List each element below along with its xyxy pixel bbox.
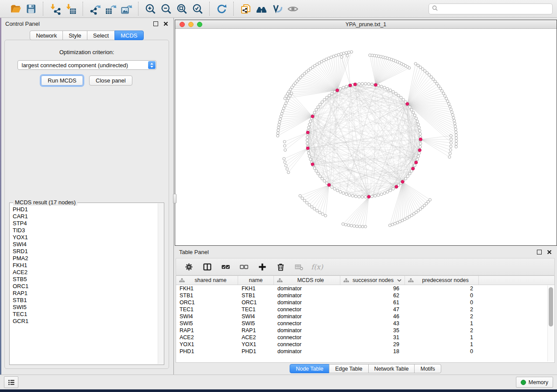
window-close-button[interactable] <box>180 22 185 27</box>
mcds-result-item[interactable]: STB1 <box>13 297 158 304</box>
refresh-button[interactable] <box>214 2 229 16</box>
table-row[interactable]: STB1STB1dominator620 <box>176 292 554 299</box>
table-row[interactable]: YOX1YOX1connector291 <box>176 341 554 348</box>
table-tab-network-table[interactable]: Network Table <box>368 364 415 373</box>
close-panel-button[interactable] <box>163 21 168 26</box>
screen: Control Panel NetworkStyleSelectMCDS Opt… <box>0 0 557 392</box>
table-tab-node-table[interactable]: Node Table <box>290 364 329 373</box>
zoom-fit-button[interactable] <box>174 2 190 16</box>
table-row[interactable]: SWI5SWI5connector431 <box>176 320 554 327</box>
mcds-result-item[interactable]: SWI5 <box>13 304 158 311</box>
table-row[interactable]: ACE2ACE2connector311 <box>176 334 554 341</box>
table-tab-edge-table[interactable]: Edge Table <box>329 364 368 373</box>
mcds-result-item[interactable]: SWI4 <box>13 241 158 248</box>
column-header-successor-nodes[interactable]: successor nodes <box>340 276 405 285</box>
mcds-result-item[interactable]: PMA2 <box>13 255 158 262</box>
toolbar-group <box>3 2 43 16</box>
column-header-predecessor-nodes[interactable]: predecessor nodes <box>405 276 479 285</box>
mcds-result-item[interactable]: CAR1 <box>13 213 158 220</box>
show-panels-button[interactable] <box>4 376 18 388</box>
mcds-result-item[interactable]: ACE2 <box>13 269 158 276</box>
table-row[interactable]: TEC1TEC1connector472 <box>176 306 554 313</box>
mcds-result-item[interactable]: STB5 <box>13 276 158 283</box>
float-panel-button[interactable] <box>153 21 158 26</box>
mcds-result-item[interactable]: GCR1 <box>13 318 158 325</box>
export-table-button[interactable] <box>103 2 118 16</box>
table-cell: 0 <box>405 299 479 306</box>
graphics-details-button[interactable] <box>285 2 301 16</box>
mcds-result-item[interactable]: TID3 <box>13 227 158 234</box>
zoom-selected-button[interactable] <box>190 2 205 16</box>
import-network-button[interactable] <box>47 2 63 16</box>
column-type-icon <box>277 278 283 283</box>
column-type-icon <box>179 278 185 283</box>
panel-splitter-handle[interactable] <box>173 194 176 203</box>
column-header-name[interactable]: name <box>238 276 274 285</box>
new-column-button[interactable] <box>254 260 270 274</box>
toolbar-group <box>83 2 138 16</box>
column-header-MCDS-role[interactable]: MCDS role <box>274 276 340 285</box>
mcds-result-item[interactable]: SRD1 <box>13 248 158 255</box>
close-icon <box>547 250 552 254</box>
network-window-titlebar: YPA_prune.txt_1 <box>175 20 557 29</box>
clone-network-button[interactable] <box>238 2 253 16</box>
float-table-panel-button[interactable] <box>537 250 542 254</box>
table-cell: 2 <box>405 327 479 334</box>
mcds-result-item[interactable]: YOX1 <box>13 234 158 241</box>
mcds-list-scrollbar[interactable] <box>158 203 163 364</box>
window-maximize-button[interactable] <box>197 22 202 27</box>
table-settings-button[interactable] <box>180 260 197 274</box>
table-row[interactable]: FKH1FKH1dominator962 <box>176 285 554 292</box>
tab-select[interactable]: Select <box>87 31 115 40</box>
table-row[interactable]: ORC1ORC1dominator610 <box>176 299 554 306</box>
mcds-result-item[interactable]: PHD1 <box>13 206 158 213</box>
zoom-fit-icon <box>176 3 188 15</box>
split-panel-button[interactable] <box>199 260 215 274</box>
table-cell: 2 <box>405 285 479 292</box>
search-box[interactable] <box>429 3 553 14</box>
zoom-out-button[interactable] <box>158 2 174 16</box>
mcds-result-item[interactable]: STP4 <box>13 220 158 227</box>
cytoscape-window: Control Panel NetworkStyleSelectMCDS Opt… <box>0 0 557 389</box>
table-cell: ACE2 <box>238 334 274 340</box>
close-table-panel-button[interactable] <box>547 250 552 254</box>
select-all-button[interactable] <box>217 260 234 274</box>
mcds-result-list[interactable]: PHD1CAR1STP4TID3YOX1SWI4SRD1PMA2FKH1ACE2… <box>10 203 158 364</box>
delete-column-button[interactable] <box>272 260 289 274</box>
table-scrollbar-thumb[interactable] <box>549 287 553 327</box>
tab-network[interactable]: Network <box>30 31 63 40</box>
export-network-button[interactable] <box>87 2 103 16</box>
table-scrollbar[interactable] <box>547 285 554 361</box>
network-canvas[interactable] <box>175 29 557 245</box>
zoom-in-button[interactable] <box>142 2 158 16</box>
open-session-button[interactable] <box>7 2 23 16</box>
export-image-button[interactable] <box>118 2 134 16</box>
table-cell: ORC1 <box>176 299 238 306</box>
criterion-select[interactable]: largest connected component (undirected) <box>17 60 156 70</box>
table-row[interactable]: PHD1PHD1dominator180 <box>176 348 554 355</box>
save-session-button[interactable] <box>23 2 39 16</box>
table-row[interactable]: SWI4SWI4dominator462 <box>176 313 554 320</box>
import-table-button[interactable] <box>63 2 79 16</box>
window-minimize-button[interactable] <box>188 22 194 27</box>
search-input[interactable] <box>440 5 549 12</box>
column-header-shared-name[interactable]: shared name <box>176 276 238 285</box>
close-mcds-panel-button[interactable]: Close panel <box>89 76 132 86</box>
svg-text:f(x): f(x) <box>311 262 323 271</box>
table-tab-motifs[interactable]: Motifs <box>414 364 441 373</box>
mcds-result-item[interactable]: RAP1 <box>13 290 158 297</box>
mcds-result-item[interactable]: FKH1 <box>13 262 158 269</box>
network-view-window: YPA_prune.txt_1 <box>175 20 557 246</box>
tab-style[interactable]: Style <box>62 31 87 40</box>
table-cell: SWI5 <box>238 320 274 327</box>
mcds-result-item[interactable]: TEC1 <box>13 311 158 318</box>
deselect-all-button[interactable] <box>235 260 252 274</box>
memory-button[interactable]: Memory <box>516 377 553 388</box>
run-mcds-button[interactable]: Run MCDS <box>41 76 83 86</box>
visual-style-button[interactable] <box>269 2 285 16</box>
tab-mcds[interactable]: MCDS <box>114 31 143 40</box>
mcds-result-item[interactable]: ORC1 <box>13 283 158 290</box>
table-row[interactable]: RAP1RAP1dominator352 <box>176 327 554 334</box>
binoculars-button[interactable] <box>253 2 269 16</box>
import-network-icon <box>49 3 61 15</box>
